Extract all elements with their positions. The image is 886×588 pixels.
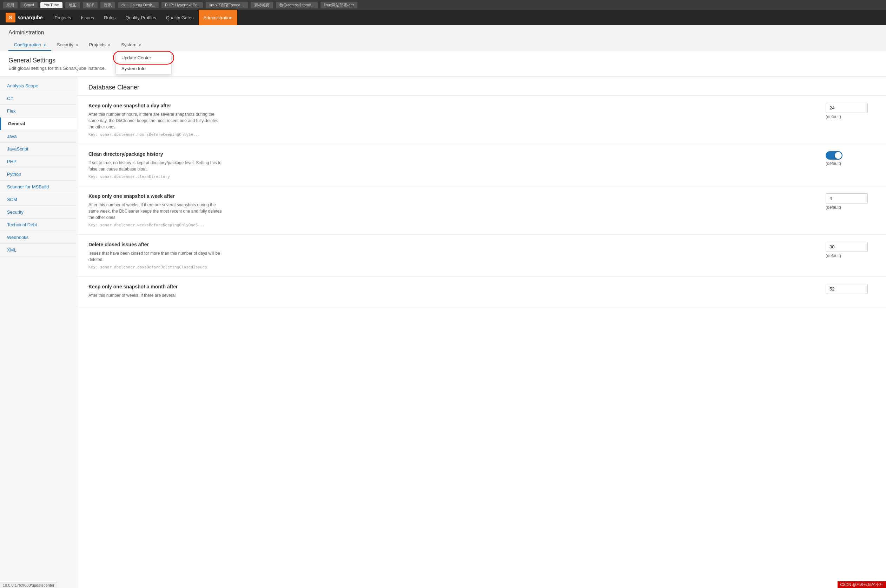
sidebar-item-security[interactable]: Security <box>0 206 77 219</box>
setting-default-snapshot-day: (default) <box>826 114 841 119</box>
setting-control-snapshot-month <box>826 284 875 296</box>
nav-projects[interactable]: Projects <box>50 10 76 25</box>
setting-desc-snapshot-week: After this number of weeks, if there are… <box>89 202 222 220</box>
setting-control-delete-issues: (default) <box>826 242 875 258</box>
admin-nav: Configuration ▾ Security ▾ Projects ▾ Sy… <box>8 39 878 51</box>
section-title: Database Cleaner <box>77 77 886 96</box>
csdn-watermark: CSDN @不爱代码的小社 <box>838 581 886 588</box>
setting-desc-snapshot-month: After this number of weeks, if there are… <box>89 292 222 298</box>
browser-tab-newtab[interactable]: 新标签页 <box>251 2 273 8</box>
nav-rules[interactable]: Rules <box>99 10 120 25</box>
admin-nav-system[interactable]: System ▾ <box>116 39 146 51</box>
browser-tab-news[interactable]: 资讯 <box>101 2 115 8</box>
setting-info-snapshot-week: Keep only one snapshot a week after Afte… <box>89 193 817 227</box>
sidebar-item-general[interactable]: General <box>0 117 77 130</box>
browser-tab-ck[interactable]: ck :: Ubuntu Desk... <box>118 2 159 8</box>
setting-desc-snapshot-day: After this number of hours, if there are… <box>89 111 222 130</box>
setting-control-snapshot-week: (default) <box>826 193 875 210</box>
browser-tab-php[interactable]: PHP: Hypertext Pr... <box>161 2 203 8</box>
browser-tab-linux-tomcat[interactable]: linux下部署Tomcat... <box>206 2 248 8</box>
sidebar-item-scanner-msbuild[interactable]: Scanner for MSBuild <box>0 181 77 193</box>
setting-info-delete-issues: Delete closed issues after Issues that h… <box>89 242 817 270</box>
setting-default-delete-issues: (default) <box>826 253 841 258</box>
dropdown-item-system-info[interactable]: System Info <box>116 63 171 74</box>
setting-clean-directory: Clean directory/package history If set t… <box>77 144 886 186</box>
setting-title-snapshot-week: Keep only one snapshot a week after <box>89 193 817 199</box>
sidebar-item-xml[interactable]: XML <box>0 244 77 256</box>
setting-key-clean-dir: Key: sonar.dbcleaner.cleanDirectory <box>89 174 817 179</box>
setting-input-snapshot-month[interactable] <box>826 284 868 294</box>
main-content: Analysis Scope C# Flex General Java Java… <box>0 77 886 588</box>
sidebar: Analysis Scope C# Flex General Java Java… <box>0 77 77 588</box>
nav-administration[interactable]: Administration <box>199 10 237 25</box>
setting-keep-snapshot-day: Keep only one snapshot a day after After… <box>77 96 886 144</box>
projects-dropdown-arrow: ▾ <box>108 43 110 47</box>
setting-control-snapshot-day: (default) <box>826 103 875 119</box>
admin-nav-configuration[interactable]: Configuration ▾ <box>8 39 51 51</box>
sidebar-item-webhooks[interactable]: Webhooks <box>0 231 77 244</box>
setting-input-snapshot-week[interactable] <box>826 193 868 204</box>
app-logo[interactable]: S sonarqube <box>6 13 43 22</box>
system-dropdown-menu: Update Center System Info <box>116 52 172 74</box>
setting-keep-snapshot-week: Keep only one snapshot a week after Afte… <box>77 186 886 235</box>
toggle-thumb <box>835 152 842 159</box>
nav-quality-gates[interactable]: Quality Gates <box>161 10 199 25</box>
setting-title-snapshot-day: Keep only one snapshot a day after <box>89 103 817 108</box>
setting-title-snapshot-month: Keep only one snapshot a month after <box>89 284 817 290</box>
browser-tab-youtube[interactable]: YouTube <box>41 2 63 8</box>
setting-input-snapshot-day[interactable] <box>826 103 868 113</box>
sidebar-item-scm[interactable]: SCM <box>0 193 77 206</box>
setting-key-delete-issues: Key: sonar.dbcleaner.daysBeforeDeletingC… <box>89 265 817 270</box>
dropdown-item-update-center[interactable]: Update Center <box>116 52 171 63</box>
setting-desc-delete-issues: Issues that have been closed for more th… <box>89 250 222 263</box>
system-dropdown-arrow: ▾ <box>139 43 141 47</box>
setting-default-snapshot-week: (default) <box>826 205 841 210</box>
nav-issues[interactable]: Issues <box>76 10 99 25</box>
sidebar-item-flex[interactable]: Flex <box>0 105 77 117</box>
page-title: Administration <box>8 30 878 36</box>
admin-nav-projects[interactable]: Projects ▾ <box>84 39 116 51</box>
sidebar-item-analysis-scope[interactable]: Analysis Scope <box>0 80 77 92</box>
browser-tab-maps[interactable]: 地图 <box>65 2 80 8</box>
setting-delete-closed-issues: Delete closed issues after Issues that h… <box>77 235 886 277</box>
nav-quality-profiles[interactable]: Quality Profiles <box>120 10 161 25</box>
admin-nav-security[interactable]: Security ▾ <box>51 39 84 51</box>
sidebar-item-javascript[interactable]: JavaScript <box>0 143 77 155</box>
content-panel: Database Cleaner Keep only one snapshot … <box>77 77 886 588</box>
setting-desc-clean-dir: If set to true, no history is kept at di… <box>89 160 222 172</box>
setting-info-snapshot-day: Keep only one snapshot a day after After… <box>89 103 817 137</box>
toggle-clean-directory[interactable] <box>826 151 842 160</box>
sidebar-item-java[interactable]: Java <box>0 130 77 143</box>
browser-tab-gmail[interactable]: Gmail <box>20 2 38 8</box>
configuration-dropdown-arrow: ▾ <box>44 43 46 47</box>
setting-control-clean-dir: (default) <box>826 151 875 166</box>
setting-title-clean-dir: Clean directory/package history <box>89 151 817 157</box>
setting-title-delete-issues: Delete closed issues after <box>89 242 817 248</box>
app-nav: S sonarqube Projects Issues Rules Qualit… <box>0 10 886 25</box>
setting-default-clean-dir: (default) <box>826 161 841 166</box>
browser-tab-linux-web[interactable]: linux网站部署-cer <box>320 2 358 8</box>
url-bar: 10.0.0.176:9000/updatecenter <box>0 582 57 588</box>
setting-keep-snapshot-month: Keep only one snapshot a month after Aft… <box>77 277 886 308</box>
browser-tab-bar: 应用 Gmail YouTube 地图 翻译 资讯 ck :: Ubuntu D… <box>0 0 886 10</box>
sidebar-item-technical-debt[interactable]: Technical Debt <box>0 219 77 231</box>
browser-tab-apps[interactable]: 应用 <box>3 2 18 8</box>
sidebar-item-python[interactable]: Python <box>0 168 77 181</box>
page-header: Administration Configuration ▾ Security … <box>0 25 886 51</box>
setting-input-delete-issues[interactable] <box>826 242 868 252</box>
sonarqube-logo-icon: S <box>6 13 15 22</box>
app-logo-text: sonarqube <box>18 15 43 20</box>
setting-info-snapshot-month: Keep only one snapshot a month after Aft… <box>89 284 817 301</box>
security-dropdown-arrow: ▾ <box>76 43 78 47</box>
toggle-track[interactable] <box>826 151 842 160</box>
browser-tab-centos[interactable]: 教你centos中tomc... <box>276 2 317 8</box>
setting-key-snapshot-day: Key: sonar.dbcleaner.hoursBeforeKeepingO… <box>89 132 817 137</box>
setting-info-clean-dir: Clean directory/package history If set t… <box>89 151 817 179</box>
setting-key-snapshot-week: Key: sonar.dbcleaner.weeksBeforeKeepingO… <box>89 223 817 227</box>
sidebar-item-csharp[interactable]: C# <box>0 92 77 105</box>
browser-tab-translate[interactable]: 翻译 <box>83 2 98 8</box>
sidebar-item-php[interactable]: PHP <box>0 155 77 168</box>
